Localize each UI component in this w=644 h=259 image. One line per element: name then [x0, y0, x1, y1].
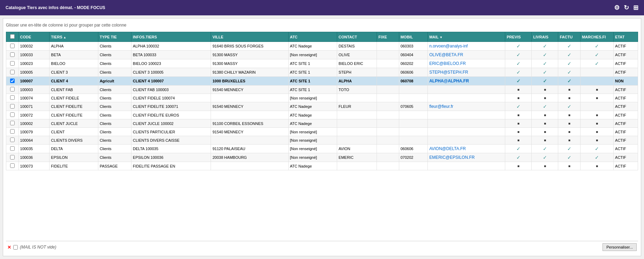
row-livr: ✓ [532, 153, 558, 162]
check-icon: ✓ [507, 104, 530, 109]
row-atc: [Non renseigné] [288, 145, 337, 153]
mail-link[interactable]: n.orvoen@analys-inf [429, 44, 468, 49]
row-code: 100002 [18, 119, 50, 128]
header-contact[interactable]: CONTACT [337, 32, 377, 42]
row-checkbox-cell[interactable] [6, 51, 19, 59]
row-checkbox-cell[interactable] [6, 102, 19, 111]
header-checkbox-cell[interactable] [6, 32, 19, 42]
row-checkbox-cell[interactable] [6, 153, 19, 162]
mail-link[interactable]: AVION@DELTA.FR [429, 146, 466, 151]
row-atc: ATC Nadege [288, 102, 337, 111]
row-checkbox[interactable] [10, 155, 15, 160]
header-type[interactable]: TYPE TIE [98, 32, 131, 42]
row-checkbox[interactable] [10, 112, 15, 117]
filter-checkbox[interactable] [13, 245, 18, 250]
row-livr: ■ [532, 128, 558, 136]
row-mail: OLIVE@BETA.FR [428, 51, 505, 59]
row-livr: ✓ [532, 51, 558, 59]
header-etat[interactable]: ETAT [614, 32, 638, 42]
row-fixe [377, 162, 399, 170]
row-contact: ALPHA [337, 77, 377, 86]
row-checkbox[interactable] [10, 52, 15, 57]
row-mobil: 060404 [399, 51, 427, 59]
row-checkbox-cell[interactable] [6, 162, 19, 170]
maximize-icon[interactable]: ⊞ [633, 4, 638, 12]
row-fixe [377, 51, 399, 59]
row-checkbox-cell[interactable] [6, 145, 19, 153]
row-checkbox[interactable] [10, 146, 15, 151]
mail-link[interactable]: fleur@fleur.fr [429, 104, 453, 109]
refresh-icon[interactable]: ↻ [624, 4, 629, 12]
table-header-row: CODE TIERS TYPE TIE INFOS.TIERS VILLE AT… [6, 32, 638, 42]
header-tiers[interactable]: TIERS [50, 32, 98, 42]
row-checkbox[interactable] [10, 44, 15, 48]
row-mail [428, 136, 505, 145]
row-checkbox[interactable] [10, 129, 15, 134]
row-checkbox[interactable] [10, 87, 15, 91]
row-checkbox[interactable] [10, 163, 15, 168]
square-icon: ■ [582, 96, 612, 100]
header-fact[interactable]: FACTU [558, 32, 580, 42]
header-infos[interactable]: INFOS.TIERS [131, 32, 211, 42]
mail-link[interactable]: STEPH@STEPH.FR [429, 70, 468, 75]
row-contact: FLEUR [337, 102, 377, 111]
row-checkbox-cell[interactable] [6, 42, 19, 51]
settings-icon[interactable]: ⚙ [614, 4, 620, 12]
check-icon: ✓ [560, 155, 578, 160]
mail-link[interactable]: OLIVE@BETA.FR [429, 52, 463, 57]
personaliser-button[interactable]: Personnaliser... [603, 243, 637, 251]
header-atc[interactable]: ATC [288, 32, 337, 42]
row-contact: AVION [337, 145, 377, 153]
row-contact [337, 162, 377, 170]
row-checkbox-cell[interactable] [6, 136, 19, 145]
row-type: Clients [98, 136, 131, 145]
row-tiers: CLIENT [50, 128, 98, 136]
row-previs: ■ [505, 86, 532, 94]
row-checkbox-cell[interactable] [6, 86, 19, 94]
check-icon: ✓ [533, 104, 556, 109]
header-mail[interactable]: MAIL [428, 32, 505, 42]
row-etat: ACTIF [614, 136, 638, 145]
row-checkbox-cell[interactable] [6, 68, 19, 77]
row-checkbox[interactable] [10, 61, 15, 66]
header-fixe[interactable]: FIXE [377, 32, 399, 42]
row-code: 100033 [18, 51, 50, 59]
row-tiers: CLIENT FIDELITE [50, 102, 98, 111]
row-atc: [Non renseigné] [288, 153, 337, 162]
row-fixe [377, 145, 399, 153]
square-icon: ■ [507, 88, 530, 91]
header-mobil[interactable]: MOBIL [399, 32, 427, 42]
mail-link[interactable]: ERIC@BIELOO.FR [429, 61, 466, 66]
header-march[interactable]: MARCHES.FI [580, 32, 613, 42]
row-code: 100073 [18, 162, 50, 170]
row-checkbox-cell[interactable] [6, 59, 19, 68]
check-icon: ✓ [533, 78, 556, 84]
header-code[interactable]: CODE [18, 32, 50, 42]
table-row: 100033 BETA Clients BETA 100033 91300 MA… [6, 51, 638, 59]
square-icon: ■ [533, 164, 556, 168]
row-checkbox[interactable] [10, 104, 15, 109]
row-checkbox[interactable] [10, 95, 15, 100]
select-all-checkbox[interactable] [10, 34, 15, 39]
header-previs[interactable]: PREVIS [505, 32, 532, 42]
header-livr[interactable]: LIVRAIS [532, 32, 558, 42]
row-etat: ACTIF [614, 102, 638, 111]
mail-link[interactable]: EMERIC@EPSILON.FR [429, 155, 475, 160]
row-checkbox-cell[interactable] [6, 128, 19, 136]
row-checkbox-cell[interactable] [6, 94, 19, 102]
row-checkbox-cell[interactable] [6, 111, 19, 119]
row-checkbox-cell[interactable] [6, 119, 19, 128]
filter-remove-icon[interactable]: ✕ [7, 245, 11, 250]
row-atc: ATC Nadege [288, 111, 337, 119]
row-infos: CLIENT FIDELE 100074 [131, 94, 211, 102]
row-checkbox[interactable] [10, 121, 15, 125]
header-ville[interactable]: VILLE [211, 32, 288, 42]
row-checkbox[interactable] [10, 70, 15, 74]
row-previs: ■ [505, 162, 532, 170]
row-checkbox[interactable] [10, 79, 15, 83]
row-checkbox[interactable] [10, 138, 15, 142]
mail-link[interactable]: ALPHA@ALPHA.FR [429, 79, 469, 83]
row-checkbox-cell[interactable] [6, 77, 19, 86]
row-atc: [Non renseigné] [288, 51, 337, 59]
square-icon: ■ [533, 121, 556, 125]
